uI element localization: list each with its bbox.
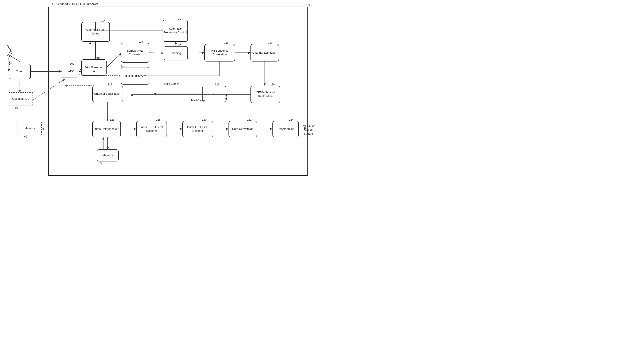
- timing-ref: 110: [121, 64, 125, 68]
- descrambler-ref: 134: [289, 118, 294, 121]
- inner-fec-ref: 128: [156, 118, 160, 121]
- svg-line-2: [8, 46, 12, 53]
- adc-block: ADC: [62, 65, 79, 78]
- svg-line-4: [9, 55, 20, 62]
- shaping-block: Shaping: [164, 46, 188, 60]
- fft-ref: 122: [215, 83, 219, 86]
- time-deinl-ref: 126: [110, 118, 114, 121]
- agc-ref: 104: [101, 19, 106, 22]
- ch-eq-ref: 124: [108, 83, 112, 86]
- single-carrier-label: Single-Carrier: [162, 82, 179, 86]
- ref-main: 100: [306, 3, 312, 7]
- descrambler-block: Descrambler: [272, 121, 299, 137]
- pn-seq-block: PN Sequence Correlation: [204, 44, 235, 62]
- optional-adc-ref: 60: [15, 106, 18, 110]
- rate-conv-ref: 132: [247, 118, 252, 121]
- afc-ref: 114: [178, 17, 182, 20]
- memory2-block: Memory: [18, 122, 42, 135]
- ofdm-sym-block: OFDM Symbol Restoration: [250, 86, 280, 103]
- src-block: Sample Rate Converter: [121, 43, 150, 62]
- pn-seq-ref: 116: [224, 41, 228, 44]
- agc-block: Automatic Gain Control: [81, 22, 110, 42]
- time-deinl-block: Time Deinterleaver: [92, 121, 121, 137]
- timing-block: Timing Recovery: [121, 67, 150, 84]
- adc-ref: 102: [70, 62, 74, 65]
- ch-est-ref: 118: [268, 41, 272, 44]
- ofdm-sym-ref: 120: [270, 83, 275, 86]
- if-baseband-ref: 106: [97, 57, 101, 60]
- diagram: LDPC based TDS-OFDM Receiver 100 Tuner 1…: [0, 0, 316, 182]
- rate-conv-block: Rate Conversion: [228, 121, 257, 137]
- shaping-ref: 112: [176, 44, 181, 46]
- outer-fec-ref: 130: [202, 118, 206, 121]
- diagram-title: LDPC based TDS-OFDM Receiver: [50, 2, 98, 6]
- svg-line-1: [6, 50, 11, 57]
- svg-marker-69: [42, 128, 44, 130]
- fft-block: FFT: [202, 86, 226, 102]
- svg-marker-11: [19, 90, 21, 92]
- ch-eq-block: Channel Equalization: [92, 86, 123, 102]
- svg-line-0: [6, 44, 11, 50]
- ch-est-block: Channel Estimation: [250, 44, 279, 62]
- memory2-ref: 66: [24, 135, 27, 138]
- afc-block: Automatic Frequency Control: [162, 20, 188, 42]
- tuner-ref: 12: [9, 61, 12, 64]
- optional-adc-block: Optional ADC: [9, 92, 33, 106]
- mpeg-label: MPEG-2TransportStream: [302, 124, 314, 136]
- outer-fec-block: Outer FEC: BCH Decoder: [182, 121, 213, 137]
- memory1-ref: 65: [99, 162, 102, 165]
- memory1-block: Memory: [97, 150, 119, 162]
- src-ref: 108: [138, 40, 143, 43]
- tuner-block: Tuner: [9, 64, 31, 79]
- svg-line-3: [8, 53, 12, 59]
- if-baseband-block: IF-to- Baseband: [81, 59, 106, 76]
- inner-fec-block: Inner FEC: LDPC Decoder: [136, 121, 167, 137]
- multi-carrier-label: Multi-Carrier: [191, 99, 206, 102]
